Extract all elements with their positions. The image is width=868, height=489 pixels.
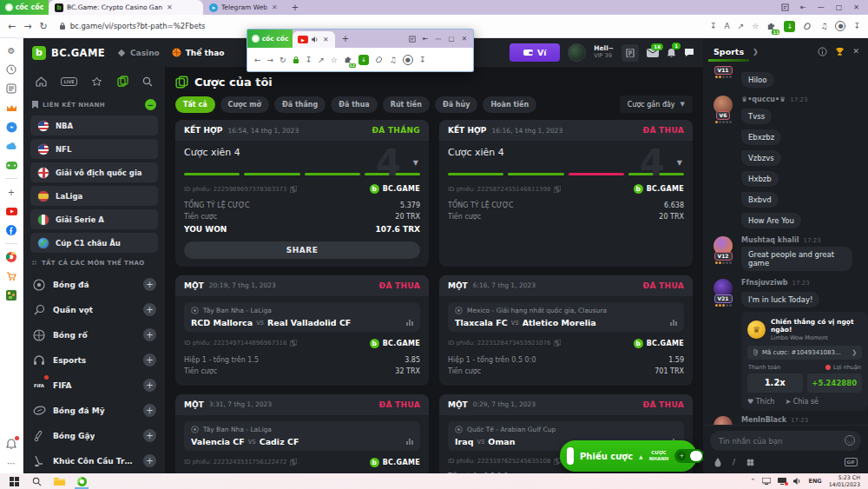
expand-caret-icon[interactable]: ▼ (677, 159, 682, 167)
stats-icon[interactable] (406, 439, 413, 445)
bcgame-logo[interactable]: b BC.GAME (32, 46, 105, 60)
chat-username[interactable]: Mushtaq khalil (741, 236, 799, 244)
sport-item-cricket[interactable]: Bóng Gậy+ (30, 423, 158, 448)
display-icon[interactable] (778, 478, 786, 485)
filter-won[interactable]: Đã thắng (274, 96, 326, 113)
quick-link-champions-league[interactable]: Cúp C1 châu Âu (30, 233, 158, 253)
translate-icon[interactable]: A (725, 22, 730, 30)
share-icon[interactable]: ↗ (318, 56, 325, 64)
forward-button[interactable]: → (23, 22, 31, 31)
wallet-button[interactable]: Ví (510, 43, 560, 62)
chat-toggle-button[interactable] (684, 48, 694, 57)
games-icon[interactable] (5, 159, 17, 171)
favorites-star-icon[interactable] (91, 76, 102, 87)
chat-username[interactable]: Ffnsjuvziwb (741, 279, 788, 287)
pin-window-icon[interactable]: ⇤ (423, 35, 428, 43)
network-icon[interactable] (762, 478, 771, 485)
back-button[interactable]: ← (254, 56, 261, 64)
expand-plus-button[interactable]: + (143, 454, 156, 467)
crown-app-icon[interactable] (5, 102, 17, 114)
gif-icon[interactable]: GIF (845, 458, 858, 466)
match-info[interactable]: Tây Ban Nha - LaLiga Valencia CFvsCadiz … (184, 421, 420, 451)
match-info[interactable]: Mexico - Giải hạng nhất quốc gia, Clausu… (448, 302, 684, 332)
sport-item-esports[interactable]: Esports+ (30, 347, 158, 373)
expand-plus-button[interactable]: + (143, 429, 156, 442)
search-icon[interactable] (142, 76, 153, 87)
close-tab-icon[interactable]: ✕ (166, 3, 174, 11)
settings-gear-icon[interactable]: ⚙ (5, 44, 17, 56)
pin-window-icon[interactable]: ⇤ (800, 3, 806, 11)
close-chat-icon[interactable]: ✕ (852, 47, 859, 56)
expand-plus-button[interactable]: + (143, 328, 156, 341)
facebook-icon[interactable] (5, 224, 17, 236)
tab-search-icon[interactable] (409, 36, 416, 43)
notifications-button[interactable]: 1 (667, 48, 676, 58)
media-icon[interactable]: ♫ (820, 22, 827, 30)
emoji-icon[interactable]: ◡ (845, 435, 855, 446)
filter-all[interactable]: Tất cả (175, 96, 215, 113)
share-bet-button[interactable]: SHARE (184, 241, 420, 259)
extensions-icon[interactable]: 12 (344, 55, 352, 65)
expand-caret-icon[interactable]: ▼ (413, 159, 418, 167)
copy-icon[interactable] (554, 340, 561, 347)
reading-list-icon[interactable] (5, 83, 17, 95)
coccoc-taskbar-icon[interactable] (71, 473, 92, 489)
home-icon[interactable] (36, 76, 47, 87)
sport-item-basketball[interactable]: Bóng rổ+ (30, 322, 158, 347)
profile-icon[interactable]: ● (403, 55, 413, 65)
bet-name[interactable]: Cược xiên 44▼ (448, 147, 684, 169)
close-tab-icon[interactable]: ✕ (322, 36, 330, 43)
filter-refund[interactable]: Hoàn tiền (483, 96, 536, 113)
expand-plus-button[interactable]: + (143, 303, 156, 316)
browser-tab-bcgame[interactable]: b BC.Game: Crypto Casino Gan ✕ (49, 0, 203, 15)
mini-browser-window[interactable]: cốc cốc ▶ ✕ + ⇤ — □ ✕ ← → ↻ ↧ ↗ ☆ 12 (247, 29, 474, 72)
match-info[interactable]: Tây Ban Nha - LaLiga RCD MallorcavsReal … (184, 302, 420, 332)
chat-rules-info-icon[interactable] (818, 47, 827, 56)
nav-sports[interactable]: Thể thao (172, 48, 225, 57)
collapse-quick-links-button[interactable]: − (145, 99, 156, 110)
chevron-right-icon[interactable]: ❯ (753, 48, 759, 56)
trophy-icon[interactable] (835, 47, 845, 56)
rain-tip-icon[interactable] (713, 457, 722, 467)
quick-link-nfl[interactable]: NFL (30, 139, 158, 159)
filter-lost[interactable]: Đã thua (331, 96, 378, 113)
close-window-button[interactable]: ✕ (462, 35, 467, 43)
history-icon[interactable] (5, 63, 17, 76)
sport-item-american-football[interactable]: Bóng đá Mỹ+ (30, 398, 158, 423)
filter-cashout[interactable]: Rút tiền (383, 96, 430, 113)
command-icon[interactable]: / (733, 458, 735, 466)
share-icon[interactable]: ↗ (738, 22, 745, 30)
coccoc-logo[interactable]: cốc cốc (0, 0, 49, 15)
copy-icon[interactable] (554, 186, 561, 193)
chat-message-input[interactable] (710, 431, 861, 451)
quick-bet-toggle[interactable]: + (674, 449, 703, 463)
new-tab-button[interactable]: + (335, 30, 356, 48)
stats-icon[interactable] (406, 320, 413, 326)
assistant-icon[interactable] (803, 22, 812, 31)
assistant-icon[interactable] (375, 56, 384, 64)
quick-link-premier-league[interactable]: Giải vô địch quốc gia (30, 162, 158, 182)
language-indicator[interactable]: ENG (808, 478, 821, 485)
clover-icon[interactable] (746, 458, 755, 467)
bet-name[interactable]: Cược xiên 44▼ (184, 147, 420, 169)
coccoc-logo[interactable]: cốc cốc (247, 30, 293, 48)
downloads-tray-icon[interactable]: ↧ (853, 22, 860, 30)
bookmark-star-icon[interactable]: ☆ (331, 56, 338, 64)
maximize-button[interactable]: □ (449, 35, 455, 43)
media-icon[interactable]: ♫ (390, 56, 397, 64)
add-shortcut-icon[interactable]: + (5, 186, 17, 198)
filter-cancelled[interactable]: Đã hủy (435, 96, 478, 113)
maximize-button[interactable]: □ (836, 3, 843, 11)
taskbar-search-icon[interactable] (26, 473, 47, 489)
copy-icon[interactable] (290, 186, 297, 193)
taskbar-clock[interactable]: 5:23 CH14/01/2023 (829, 474, 860, 488)
back-button[interactable]: ← (8, 22, 16, 31)
quick-link-laliga[interactable]: LaLiga (30, 186, 158, 206)
download-page-icon[interactable]: ↧ (710, 22, 717, 30)
bet-id-link[interactable]: Mã cược: #1049341083...❯ (747, 346, 862, 360)
sport-item-football[interactable]: Bóng đá+ (30, 272, 158, 297)
close-tab-icon[interactable]: ✕ (271, 3, 279, 11)
chat-username[interactable]: ♛•quccu•♛ (741, 96, 786, 103)
live-tab[interactable]: LIVE (61, 77, 76, 86)
notifications-bell-icon[interactable] (5, 438, 17, 450)
